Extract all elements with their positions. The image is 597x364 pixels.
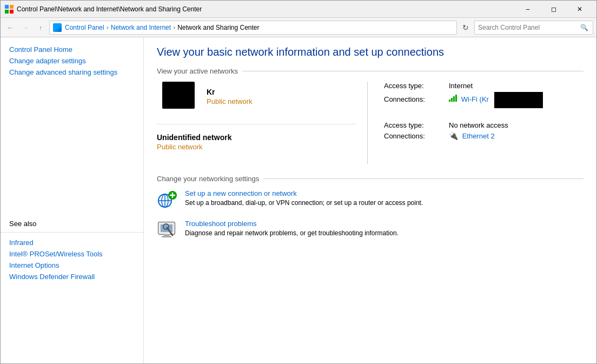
close-button[interactable]: ✕ — [567, 1, 592, 18]
setup-connection-desc: Set up a broadband, dial-up, or VPN conn… — [185, 199, 423, 207]
network-divider — [157, 124, 356, 124]
sidebar-item-windows-defender[interactable]: Windows Defender Firewall — [1, 271, 143, 282]
setup-connection-icon-area — [157, 189, 178, 211]
sidebar-item-intel-proset[interactable]: Intel® PROSet/Wireless Tools — [1, 248, 143, 260]
network2-access-type-value: No network access — [449, 121, 508, 129]
up-button[interactable]: ↑ — [34, 21, 47, 34]
sidebar-item-infrared[interactable]: Infrared — [1, 237, 143, 248]
wifi-signal-icon — [449, 94, 457, 102]
troubleshoot-desc: Diagnose and repair network problems, or… — [185, 229, 399, 237]
network1-icon-area — [157, 82, 200, 111]
network2-entry: Unidentified network Public network — [157, 133, 356, 151]
page-title: View your basic network information and … — [157, 46, 583, 58]
setup-connection-item: Set up a new connection or network Set u… — [157, 189, 583, 211]
network1-access-type-value: Internet — [449, 82, 473, 90]
network1-connection-value: Wi-Fi (Kr — [449, 92, 543, 108]
network1-entry: Kr Public network — [157, 82, 356, 111]
window-title: Control Panel\Network and Internet\Netwo… — [17, 5, 515, 13]
setup-connection-text: Set up a new connection or network Set u… — [185, 189, 583, 211]
network1-name-area: Kr Public network — [207, 82, 253, 111]
restore-button[interactable]: ◻ — [541, 1, 566, 18]
ethernet-icon: 🔌 — [449, 131, 458, 140]
wifi-connection-link[interactable]: Wi-Fi (Kr — [461, 95, 491, 103]
sidebar: Control Panel Home Change adapter settin… — [1, 37, 144, 364]
sidebar-item-control-panel-home[interactable]: Control Panel Home — [1, 44, 143, 55]
network1-icon — [162, 82, 195, 109]
svg-rect-0 — [5, 5, 9, 9]
network1-name: Kr — [207, 88, 253, 96]
network1-connections-row: Connections: Wi-Fi (Kr — [384, 92, 583, 108]
troubleshoot-item: Troubleshoot problems Diagnose and repai… — [157, 220, 583, 241]
change-settings-section: Change your networking settings — [157, 175, 583, 241]
sidebar-item-internet-options[interactable]: Internet Options — [1, 260, 143, 271]
network2-access-type-row: Access type: No network access — [384, 121, 583, 129]
svg-rect-2 — [5, 10, 9, 14]
content-area: View your basic network information and … — [144, 37, 596, 364]
change-settings-header: Change your networking settings — [157, 175, 583, 183]
network2-access: Access type: No network access Connectio… — [384, 121, 583, 140]
setup-connection-link[interactable]: Set up a new connection or network — [185, 189, 583, 197]
vertical-divider — [367, 82, 368, 164]
see-also-label: See also — [1, 212, 45, 230]
svg-rect-3 — [10, 10, 14, 14]
breadcrumb-control-panel[interactable]: Control Panel — [65, 24, 104, 31]
network2-name: Unidentified network — [157, 133, 231, 142]
search-box: 🔍 — [474, 21, 593, 35]
main-layout: Control Panel Home Change adapter settin… — [1, 37, 596, 364]
setup-connection-icon — [157, 190, 178, 210]
svg-rect-1 — [10, 5, 14, 9]
address-bar: ← → ↑ Control Panel › Network and Intern… — [1, 18, 596, 37]
networks-left-col: Kr Public network Unidentified network P… — [157, 82, 362, 164]
troubleshoot-text: Troubleshoot problems Diagnose and repai… — [185, 220, 583, 241]
troubleshoot-icon — [157, 220, 178, 241]
network2-connections-label: Connections: — [384, 132, 449, 140]
networks-right-col: Access type: Internet Connections: — [373, 82, 583, 164]
app-icon — [5, 5, 14, 14]
breadcrumb-current: Network and Sharing Center — [177, 24, 259, 31]
refresh-button[interactable]: ↻ — [459, 21, 472, 34]
control-panel-icon — [53, 23, 62, 32]
troubleshoot-icon-area — [157, 220, 178, 241]
breadcrumb-network-internet[interactable]: Network and Internet — [111, 24, 171, 31]
network2-connections-row: Connections: 🔌 Ethernet 2 — [384, 131, 583, 140]
search-input[interactable] — [478, 24, 579, 31]
back-button[interactable]: ← — [4, 21, 17, 34]
network2-connection-value: 🔌 Ethernet 2 — [449, 131, 495, 140]
network2-type: Public network — [157, 143, 231, 151]
networks-area: Kr Public network Unidentified network P… — [157, 82, 583, 164]
sidebar-item-change-advanced[interactable]: Change advanced sharing settings — [1, 67, 143, 79]
network1-connections-label: Connections: — [384, 95, 449, 103]
sidebar-divider — [1, 232, 143, 233]
search-button[interactable]: 🔍 — [579, 22, 589, 33]
network1-type: Public network — [207, 97, 253, 105]
ethernet-connection-link[interactable]: Ethernet 2 — [462, 132, 495, 140]
forward-button[interactable]: → — [19, 21, 32, 34]
active-networks-header: View your active networks — [157, 67, 583, 75]
svg-rect-15 — [162, 236, 171, 237]
sidebar-item-change-adapter[interactable]: Change adapter settings — [1, 55, 143, 67]
network2-access-type-label: Access type: — [384, 121, 449, 129]
network2-name-area: Unidentified network Public network — [157, 133, 231, 151]
window-controls: – ◻ ✕ — [515, 1, 592, 18]
title-bar: Control Panel\Network and Internet\Netwo… — [1, 1, 596, 18]
troubleshoot-link[interactable]: Troubleshoot problems — [185, 220, 583, 228]
network1-access-type-label: Access type: — [384, 82, 449, 90]
network1-access-type-row: Access type: Internet — [384, 82, 583, 90]
network1-blocked-area — [494, 92, 543, 108]
network1-access: Access type: Internet Connections: — [384, 82, 583, 108]
minimize-button[interactable]: – — [515, 1, 540, 18]
breadcrumb: Control Panel › Network and Internet › N… — [49, 21, 457, 35]
